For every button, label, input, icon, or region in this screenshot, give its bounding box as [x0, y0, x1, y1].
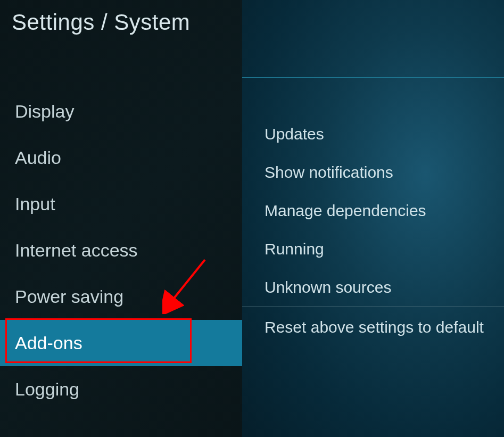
- content-item-updates[interactable]: Updates: [265, 115, 504, 153]
- content-item-show-notifications[interactable]: Show notifications: [265, 153, 504, 192]
- sidebar-item-input[interactable]: Input: [0, 181, 242, 227]
- sidebar-item-add-ons[interactable]: Add-ons: [0, 320, 242, 366]
- sidebar-item-display[interactable]: Display: [0, 88, 242, 135]
- sidebar-item-internet-access[interactable]: Internet access: [0, 227, 242, 274]
- header: Settings / System: [0, 0, 242, 51]
- content-item-running[interactable]: Running: [265, 230, 504, 268]
- content-spacer: [242, 0, 504, 77]
- sidebar-item-logging[interactable]: Logging: [0, 366, 242, 413]
- content-item-reset-defaults[interactable]: Reset above settings to default: [265, 308, 504, 347]
- content-list: Updates Show notifications Manage depend…: [242, 78, 504, 307]
- content-item-manage-dependencies[interactable]: Manage dependencies: [265, 192, 504, 230]
- sidebar-item-audio[interactable]: Audio: [0, 135, 242, 181]
- content-panel: Updates Show notifications Manage depend…: [242, 0, 504, 437]
- content-reset-section: Reset above settings to default: [242, 307, 504, 347]
- sidebar: Settings / System Display Audio Input In…: [0, 0, 242, 437]
- content-item-unknown-sources[interactable]: Unknown sources: [265, 268, 504, 307]
- page-title: Settings / System: [12, 10, 230, 35]
- sidebar-menu: Display Audio Input Internet access Powe…: [0, 51, 242, 413]
- sidebar-item-power-saving[interactable]: Power saving: [0, 274, 242, 320]
